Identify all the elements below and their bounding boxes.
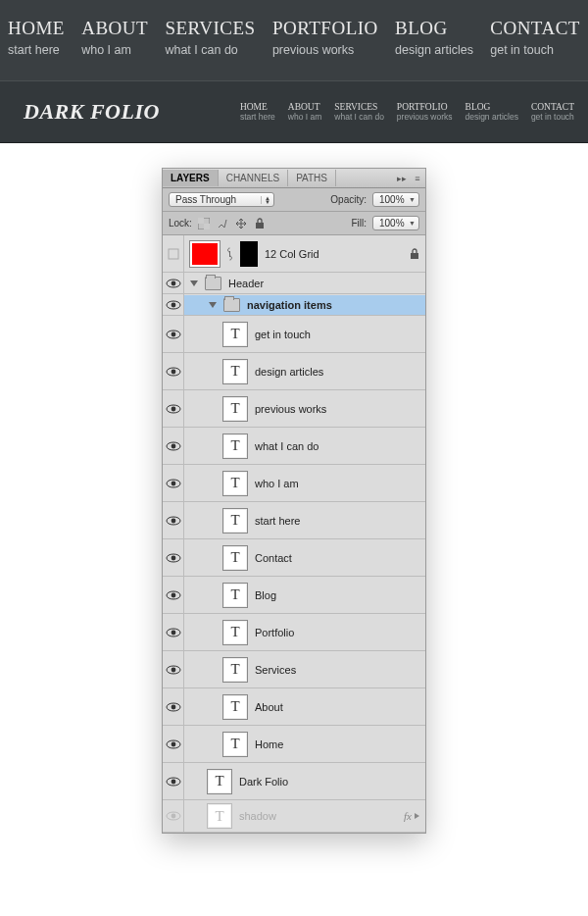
visibility-toggle[interactable] bbox=[163, 353, 184, 389]
nav-item-about[interactable]: ABOUT who I am bbox=[81, 18, 148, 57]
layer-effects-indicator[interactable]: fx bbox=[404, 810, 419, 822]
nav-sublabel: what I can do bbox=[165, 43, 255, 57]
panel-menu-icon[interactable]: ≡ bbox=[410, 174, 425, 183]
fill-input[interactable]: 100% ▼ bbox=[372, 216, 419, 230]
layer-row-grid[interactable]: 12 Col Grid bbox=[163, 235, 425, 273]
mini-nav-sublabel: start here bbox=[240, 112, 275, 122]
mini-nav-sublabel: what I can do bbox=[334, 112, 384, 122]
visibility-toggle[interactable] bbox=[163, 614, 184, 650]
fill-label: Fill: bbox=[351, 218, 367, 229]
mini-nav-sublabel: design articles bbox=[466, 112, 518, 122]
nav-sublabel: who I am bbox=[81, 43, 148, 57]
svg-point-13 bbox=[171, 369, 175, 374]
layer-row-text[interactable]: Tstart here bbox=[163, 502, 425, 539]
visibility-toggle[interactable] bbox=[163, 316, 184, 352]
mini-nav-item-home[interactable]: HOME start here bbox=[240, 102, 275, 122]
visibility-toggle[interactable] bbox=[163, 273, 184, 293]
layer-row-dark-folio[interactable]: TDark Folio bbox=[163, 763, 425, 800]
mini-nav-label: ABOUT bbox=[288, 102, 322, 112]
opacity-input[interactable]: 100% ▼ bbox=[372, 192, 419, 207]
mini-nav-label: CONTACT bbox=[531, 102, 574, 112]
layer-row-text[interactable]: Twhat I can do bbox=[163, 428, 425, 465]
mini-nav-item-portfolio[interactable]: PORTFOLIO previous works bbox=[397, 102, 453, 122]
visibility-toggle[interactable] bbox=[163, 502, 184, 538]
mini-nav-item-contact[interactable]: CONTACT get in touch bbox=[531, 102, 574, 122]
layer-row-text[interactable]: Tprevious works bbox=[163, 390, 425, 428]
tab-channels[interactable]: CHANNELS bbox=[219, 170, 288, 186]
layer-name: start here bbox=[255, 515, 300, 527]
visibility-toggle[interactable] bbox=[163, 726, 184, 762]
nav-item-blog[interactable]: BLOG design articles bbox=[395, 18, 473, 57]
text-layer-icon: T bbox=[222, 694, 248, 720]
visibility-toggle[interactable] bbox=[163, 465, 184, 501]
layer-row-text[interactable]: Twho I am bbox=[163, 465, 425, 502]
nav-item-portfolio[interactable]: PORTFOLIO previous works bbox=[272, 18, 378, 57]
folder-icon bbox=[223, 298, 240, 312]
tab-paths[interactable]: PATHS bbox=[288, 170, 336, 186]
panel-options-row: Pass Through ▲▼ Opacity: 100% ▼ bbox=[163, 188, 425, 212]
layer-name: About bbox=[255, 701, 283, 713]
visibility-toggle[interactable] bbox=[163, 763, 184, 799]
layer-row-text[interactable]: Tget in touch bbox=[163, 316, 425, 353]
svg-point-9 bbox=[171, 302, 175, 307]
visibility-toggle[interactable] bbox=[163, 428, 184, 464]
nav-sublabel: previous works bbox=[272, 43, 378, 57]
lock-all-icon[interactable] bbox=[254, 217, 267, 229]
text-layer-icon: T bbox=[222, 396, 248, 422]
lock-move-icon[interactable] bbox=[235, 217, 248, 229]
layer-row-navigation-group[interactable]: navigation items bbox=[163, 294, 425, 316]
text-layer-icon: T bbox=[222, 657, 248, 683]
nav-label: ABOUT bbox=[81, 18, 148, 39]
lock-transparency-icon[interactable] bbox=[198, 217, 211, 229]
layer-row-text[interactable]: TContact bbox=[163, 539, 425, 577]
mini-nav-label: HOME bbox=[240, 102, 275, 112]
layer-name: who I am bbox=[255, 478, 299, 489]
visibility-toggle[interactable] bbox=[163, 688, 184, 725]
svg-point-23 bbox=[171, 555, 175, 560]
layer-row-header-group[interactable]: Header bbox=[163, 273, 425, 294]
layer-name: Dark Folio bbox=[239, 776, 288, 788]
stepper-icon: ▲▼ bbox=[261, 196, 270, 204]
visibility-toggle[interactable] bbox=[163, 651, 184, 687]
svg-point-31 bbox=[171, 704, 175, 709]
layer-name: 12 Col Grid bbox=[265, 248, 319, 260]
disclosure-triangle-icon[interactable] bbox=[190, 280, 198, 286]
nav-item-services[interactable]: SERVICES what I can do bbox=[165, 18, 255, 57]
layer-row-text[interactable]: Tdesign articles bbox=[163, 353, 425, 390]
secondary-nav-bar: DARK FOLIO HOME start here ABOUT who I a… bbox=[0, 80, 588, 143]
text-layer-icon: T bbox=[222, 471, 248, 496]
layer-name: Contact bbox=[255, 552, 292, 564]
mini-nav-item-services[interactable]: SERVICES what I can do bbox=[334, 102, 384, 122]
visibility-toggle[interactable] bbox=[163, 294, 184, 315]
layer-name: Header bbox=[228, 278, 264, 289]
svg-rect-5 bbox=[411, 253, 418, 259]
svg-point-29 bbox=[171, 667, 175, 672]
folder-icon bbox=[205, 277, 221, 290]
blend-mode-select[interactable]: Pass Through ▲▼ bbox=[169, 192, 274, 207]
layer-row-text[interactable]: THome bbox=[163, 726, 425, 763]
visibility-toggle[interactable] bbox=[163, 235, 184, 272]
visibility-toggle[interactable] bbox=[163, 577, 184, 613]
layer-row-text[interactable]: TAbout bbox=[163, 688, 425, 726]
layer-row-text[interactable]: TPortfolio bbox=[163, 614, 425, 651]
layer-row-text[interactable]: TBlog bbox=[163, 577, 425, 614]
tab-layers[interactable]: LAYERS bbox=[163, 170, 219, 186]
visibility-toggle[interactable] bbox=[163, 390, 184, 427]
site-logo[interactable]: DARK FOLIO bbox=[24, 99, 160, 125]
visibility-toggle[interactable] bbox=[163, 800, 184, 832]
mini-nav-item-blog[interactable]: BLOG design articles bbox=[466, 102, 518, 122]
lock-brush-icon[interactable] bbox=[217, 217, 229, 229]
disclosure-triangle-icon[interactable] bbox=[209, 302, 217, 308]
layer-name: Portfolio bbox=[255, 627, 294, 638]
collapse-icon[interactable]: ▸▸ bbox=[394, 174, 410, 183]
layer-list: 12 Col Grid Header bbox=[163, 235, 425, 833]
visibility-toggle[interactable] bbox=[163, 539, 184, 576]
mini-nav-sublabel: who I am bbox=[288, 112, 322, 122]
nav-item-contact[interactable]: CONTACT get in touch bbox=[490, 18, 580, 57]
text-layer-icon: T bbox=[222, 545, 248, 571]
mini-nav-item-about[interactable]: ABOUT who I am bbox=[288, 102, 322, 122]
svg-rect-2 bbox=[204, 224, 210, 229]
nav-item-home[interactable]: HOME start here bbox=[8, 18, 65, 57]
layer-row-shadow[interactable]: Tshadow fx bbox=[163, 800, 425, 833]
layer-row-text[interactable]: TServices bbox=[163, 651, 425, 688]
